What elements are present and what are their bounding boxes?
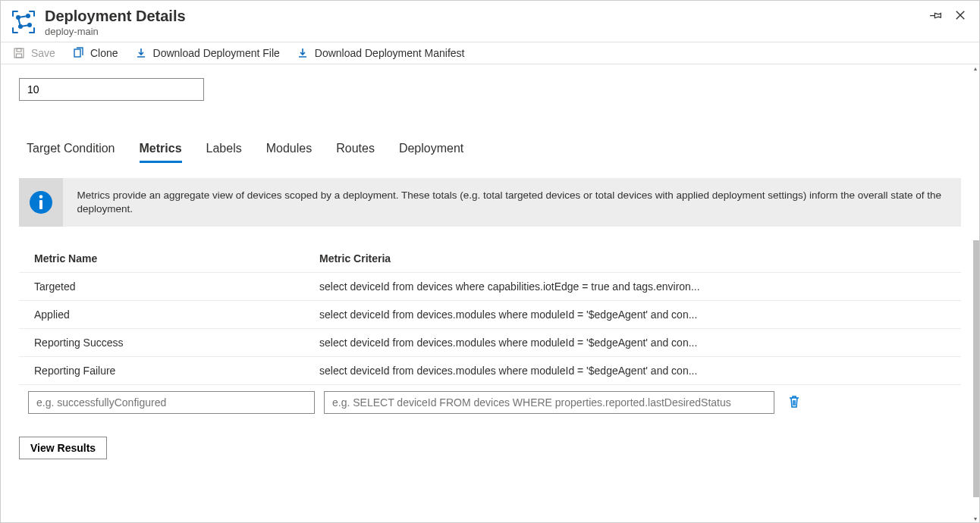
metric-name-cell: Reporting Failure [19,365,315,377]
view-results-button[interactable]: View Results [19,437,107,459]
panel-header: Deployment Details deploy-main [1,1,979,42]
new-metric-row [19,385,961,414]
tab-deployment[interactable]: Deployment [399,137,463,161]
deployment-details-panel: Deployment Details deploy-main Save Clon… [0,0,980,523]
header-actions [929,8,967,24]
content-area: Target Condition Metrics Labels Modules … [1,64,979,522]
metric-name-cell: Applied [19,308,315,321]
metric-name-cell: Reporting Success [19,337,315,349]
info-icon [19,178,63,227]
svg-rect-12 [74,49,80,57]
svg-rect-10 [17,49,21,52]
metric-criteria-input[interactable] [324,391,774,414]
metric-criteria-cell: select deviceId from devices where capab… [315,280,961,293]
deployment-icon [10,8,37,36]
info-text: Metrics provide an aggregate view of dev… [63,178,961,227]
header-titles: Deployment Details deploy-main [45,7,929,37]
metric-name-cell: Targeted [19,280,315,293]
metric-criteria-cell: select deviceId from devices.modules whe… [315,308,961,321]
col-header-metric-criteria: Metric Criteria [315,252,961,265]
page-title: Deployment Details [45,7,929,25]
scrollbar-thumb[interactable] [973,240,979,497]
clone-button[interactable]: Clone [72,47,118,59]
pin-icon[interactable] [929,8,943,24]
svg-point-15 [39,195,43,199]
download-deployment-manifest-button[interactable]: Download Deployment Manifest [297,47,465,59]
download-manifest-label: Download Deployment Manifest [315,47,465,59]
scroll-down-icon[interactable]: ▾ [972,515,979,522]
svg-rect-9 [14,49,24,58]
download-file-label: Download Deployment File [153,47,280,59]
table-row: Applied select deviceId from devices.mod… [19,301,961,329]
vertical-scrollbar[interactable]: ▴ ▾ [972,64,979,522]
tab-target-condition[interactable]: Target Condition [27,137,115,161]
tab-labels[interactable]: Labels [206,137,242,161]
priority-input[interactable] [19,78,204,101]
metric-criteria-cell: select deviceId from devices.modules whe… [315,365,961,377]
close-icon[interactable] [953,8,967,24]
clone-label: Clone [90,47,118,59]
table-row: Reporting Failure select deviceId from d… [19,357,961,385]
tab-routes[interactable]: Routes [336,137,375,161]
metric-name-input[interactable] [28,391,315,414]
delete-metric-icon[interactable] [787,394,803,411]
svg-rect-14 [39,200,42,209]
scroll-up-icon[interactable]: ▴ [972,64,979,72]
tab-modules[interactable]: Modules [266,137,312,161]
metric-criteria-cell: select deviceId from devices.modules whe… [315,337,961,349]
tab-metrics[interactable]: Metrics [140,137,182,161]
tabs-bar: Target Condition Metrics Labels Modules … [19,137,961,161]
command-bar: Save Clone Download Deployment File Down… [1,42,979,64]
col-header-metric-name: Metric Name [19,252,315,265]
metrics-table-header: Metric Name Metric Criteria [19,245,961,273]
svg-rect-11 [17,54,22,58]
info-banner: Metrics provide an aggregate view of dev… [19,178,961,227]
page-subtitle: deploy-main [45,26,929,37]
table-row: Targeted select deviceId from devices wh… [19,273,961,301]
metrics-table: Metric Name Metric Criteria Targeted sel… [19,245,961,414]
content-wrapper: Target Condition Metrics Labels Modules … [1,64,979,522]
scrollbar-track[interactable] [972,72,979,515]
table-row: Reporting Success select deviceId from d… [19,329,961,357]
save-button: Save [13,47,55,59]
save-label: Save [31,47,55,59]
download-deployment-file-button[interactable]: Download Deployment File [135,47,280,59]
